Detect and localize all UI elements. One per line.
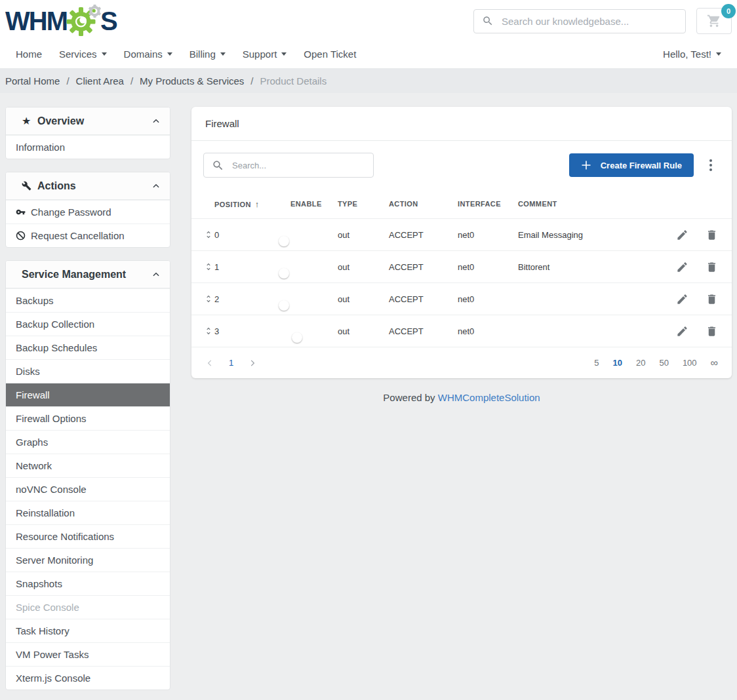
page-size-5[interactable]: 5 (594, 358, 599, 368)
create-firewall-rule-button[interactable]: Create Firewall Rule (569, 153, 694, 177)
breadcrumb-my-products[interactable]: My Products & Services (140, 75, 244, 87)
whmcompletesolution-link[interactable]: WHMCompleteSolution (438, 392, 540, 403)
breadcrumb-client-area[interactable]: Client Area (76, 75, 124, 87)
overview-panel-header[interactable]: ★ Overview (6, 107, 170, 135)
actions-panel-header[interactable]: Actions (6, 172, 170, 200)
nav-item-billing[interactable]: Billing (189, 49, 226, 60)
delete-button[interactable] (706, 293, 718, 305)
edit-button[interactable] (676, 293, 688, 305)
sidebar-item-snapshots[interactable]: Snapshots (6, 572, 170, 595)
sidebar-item-graphs[interactable]: Graphs (6, 430, 170, 454)
sidebar-item-firewall[interactable]: Firewall (6, 383, 170, 406)
more-options-icon[interactable] (703, 155, 719, 176)
breadcrumb-current: Product Details (260, 75, 327, 87)
overview-panel: ★ Overview Information (5, 107, 170, 159)
table-row: 0 out ACCEPT net0 Email Messaging (191, 218, 732, 250)
nav-item-support[interactable]: Support (243, 49, 287, 60)
delete-button[interactable] (706, 325, 718, 338)
nav-item-services[interactable]: Services (59, 49, 107, 60)
sidebar-item-disks[interactable]: Disks (6, 359, 170, 383)
delete-button[interactable] (706, 261, 718, 273)
nav-item-open-ticket[interactable]: Open Ticket (304, 49, 356, 60)
column-type[interactable]: TYPE (338, 200, 389, 208)
drag-handle-icon[interactable] (204, 326, 214, 336)
star-icon: ★ (22, 115, 37, 127)
table-header-row: POSITION↑ ENABLE TYPE ACTION INTERFACE C… (191, 189, 732, 218)
delete-button[interactable] (706, 229, 718, 241)
column-interface[interactable]: INTERFACE (458, 200, 518, 208)
cell-type: out (338, 294, 389, 304)
whmcs-logo[interactable]: WHM (5, 5, 117, 37)
sidebar-item-backup-collection[interactable]: Backup Collection (6, 312, 170, 336)
sidebar-item-request-cancellation[interactable]: Request Cancellation (6, 224, 170, 247)
column-comment[interactable]: COMMENT (518, 200, 672, 208)
trash-icon (706, 293, 718, 305)
page-size-100[interactable]: 100 (683, 358, 697, 368)
sidebar-item-change-password[interactable]: Change Password (6, 200, 170, 224)
drag-handle-icon[interactable] (204, 262, 214, 271)
pagination: 1 5 10 20 50 100 ∞ (191, 347, 732, 378)
edit-button[interactable] (676, 261, 688, 273)
edit-button[interactable] (676, 325, 688, 338)
logo-text-whm: WHM (5, 7, 67, 35)
edit-button[interactable] (676, 229, 688, 241)
drag-handle-icon[interactable] (204, 230, 214, 239)
drag-handle-icon[interactable] (204, 294, 214, 303)
table-row: 1 out ACCEPT net0 Bittorent (191, 250, 732, 282)
chevron-down-icon (102, 52, 107, 56)
chevron-down-icon (281, 52, 287, 56)
cart-icon (707, 14, 721, 28)
sidebar-item-network[interactable]: Network (6, 454, 170, 477)
cell-interface: net0 (458, 262, 518, 272)
search-icon (482, 15, 494, 27)
breadcrumb-separator: / (250, 75, 253, 87)
chevron-down-icon (220, 52, 226, 56)
ban-icon (16, 231, 26, 241)
column-enable[interactable]: ENABLE (290, 200, 338, 208)
trash-icon (706, 229, 718, 241)
breadcrumb-portal-home[interactable]: Portal Home (5, 75, 60, 87)
breadcrumb-separator: / (66, 75, 69, 87)
sidebar-item-reinstallation[interactable]: Reinstallation (6, 501, 170, 524)
nav-item-domains[interactable]: Domains (124, 49, 172, 60)
page-size-20[interactable]: 20 (636, 358, 645, 368)
service-management-panel-header[interactable]: Service Management (6, 261, 170, 288)
prev-page-icon[interactable] (205, 359, 214, 368)
sidebar-item-vm-power-tasks[interactable]: VM Power Tasks (6, 642, 170, 666)
plus-icon (581, 160, 591, 170)
sidebar-item-information[interactable]: Information (6, 135, 170, 159)
sidebar-item-firewall-options[interactable]: Firewall Options (6, 406, 170, 430)
next-page-icon[interactable] (248, 359, 257, 368)
page-size-unlimited[interactable]: ∞ (711, 357, 718, 369)
page-title: Firewall (191, 107, 732, 141)
panel-title: Overview (37, 115, 151, 127)
sidebar-item-backup-schedules[interactable]: Backup Schedules (6, 336, 170, 359)
cart-button[interactable]: 0 (696, 8, 732, 34)
page-number[interactable]: 1 (229, 358, 233, 368)
table-search-input[interactable] (232, 161, 365, 170)
sidebar-item-spice-console[interactable]: Spice Console (6, 595, 170, 619)
column-action[interactable]: ACTION (389, 200, 458, 208)
sidebar-item-backups[interactable]: Backups (6, 288, 170, 312)
page-size-10[interactable]: 10 (612, 358, 622, 368)
sidebar-item-xtermjs-console[interactable]: Xterm.js Console (6, 666, 170, 690)
trash-icon (706, 325, 718, 338)
cart-count-badge: 0 (721, 4, 736, 18)
knowledgebase-search-input[interactable] (502, 16, 677, 27)
search-icon (212, 159, 224, 172)
panel-title: Actions (37, 180, 151, 192)
nav-item-home[interactable]: Home (16, 49, 42, 60)
page-size-50[interactable]: 50 (659, 358, 668, 368)
sidebar-item-task-history[interactable]: Task History (6, 619, 170, 642)
chevron-up-icon (151, 270, 161, 279)
logo-text-s: S (100, 7, 117, 35)
sidebar-item-resource-notifications[interactable]: Resource Notifications (6, 524, 170, 548)
cell-action: ACCEPT (389, 262, 458, 272)
wrench-icon (22, 181, 37, 191)
user-menu[interactable]: Hello, Test! (663, 49, 721, 60)
sidebar-item-server-monitoring[interactable]: Server Monitoring (6, 548, 170, 572)
column-position[interactable]: POSITION↑ (214, 199, 290, 209)
cell-type: out (338, 326, 389, 336)
sidebar-item-novnc-console[interactable]: noVNC Console (6, 477, 170, 501)
panel-title: Service Management (22, 269, 151, 281)
